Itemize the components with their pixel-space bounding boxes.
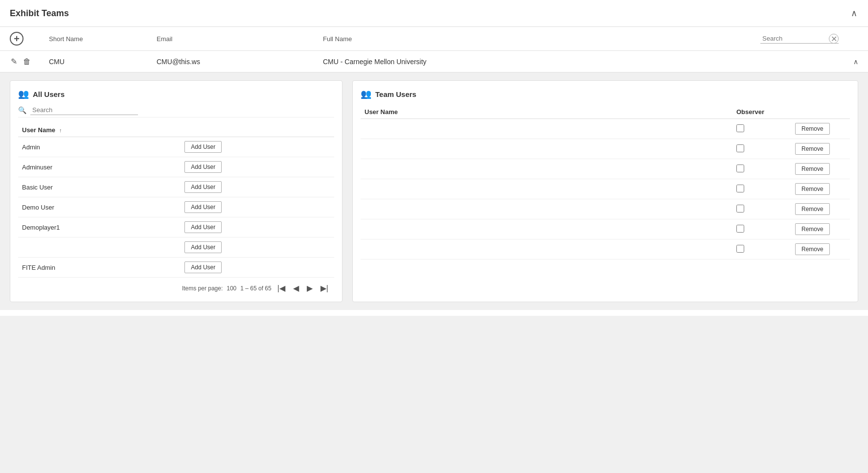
all-users-search-input[interactable] (30, 105, 138, 115)
remove-user-button[interactable]: Remove (795, 183, 830, 195)
team-users-title-row: 👥 Team Users (361, 89, 850, 99)
user-name-cell: Adminuser (18, 157, 181, 177)
team-users-icon: 👥 (361, 89, 371, 99)
teams-table-header: + Short Name Email Full Name ✕ (0, 27, 868, 51)
user-name-cell: Admin (18, 137, 181, 157)
observer-cell (732, 219, 791, 239)
page-range: 1 – 65 of 65 (240, 285, 271, 292)
observer-cell (732, 159, 791, 179)
observer-checkbox[interactable] (736, 205, 744, 213)
cmu-row-actions: ✎ 🗑 (10, 56, 49, 67)
remove-cell: Remove (791, 239, 850, 260)
delete-team-button[interactable]: 🗑 (22, 56, 32, 67)
remove-cell: Remove (791, 179, 850, 199)
all-users-search-icon: 🔍 (18, 106, 26, 114)
add-user-cell: Add User (181, 137, 334, 157)
table-row: Remove (361, 219, 850, 239)
team-user-name-cell (361, 159, 732, 179)
table-row: Demo User Add User (18, 197, 334, 217)
remove-user-button[interactable]: Remove (795, 223, 830, 235)
all-users-icon: 👥 (18, 89, 29, 99)
table-row: Add User (18, 237, 334, 258)
header-search-input[interactable] (760, 34, 839, 44)
observer-checkbox[interactable] (736, 185, 744, 192)
user-name-cell: Demo User (18, 197, 181, 217)
user-name-cell: Basic User (18, 177, 181, 197)
user-name-cell (18, 237, 181, 258)
header-search-wrapper: ✕ (760, 34, 839, 44)
team-user-name-cell (361, 139, 732, 159)
observer-checkbox[interactable] (736, 165, 744, 172)
add-team-button[interactable]: + (10, 32, 23, 46)
all-users-panel: 👥 All Users 🔍 User Name ↑ (10, 80, 343, 302)
remove-user-button[interactable]: Remove (795, 243, 830, 255)
observer-cell (732, 199, 791, 219)
add-user-button[interactable]: Add User (184, 201, 222, 213)
team-remove-col-header (791, 105, 850, 119)
edit-team-button[interactable]: ✎ (10, 56, 18, 67)
prev-page-button[interactable]: ◀ (291, 283, 301, 294)
add-user-cell: Add User (181, 157, 334, 177)
observer-checkbox[interactable] (736, 245, 744, 253)
table-row: Admin Add User (18, 137, 334, 157)
remove-user-button[interactable]: Remove (795, 203, 830, 215)
add-user-button[interactable]: Add User (184, 241, 222, 253)
users-table-header-row: User Name ↑ (18, 123, 334, 137)
users-table-body: Admin Add User Adminuser Add User Basic … (18, 137, 334, 278)
items-per-page-label: Items per page: (182, 285, 223, 292)
team-user-name-cell (361, 179, 732, 199)
cmu-collapse-chevron[interactable]: ∧ (839, 58, 858, 66)
all-users-title: All Users (33, 90, 65, 98)
add-user-cell: Add User (181, 258, 334, 278)
add-user-cell: Add User (181, 237, 334, 258)
add-user-button[interactable]: Add User (184, 141, 222, 153)
username-col-header[interactable]: User Name ↑ (18, 123, 181, 137)
remove-user-button[interactable]: Remove (795, 163, 830, 175)
collapse-button[interactable]: ∧ (850, 7, 858, 20)
remove-user-button[interactable]: Remove (795, 143, 830, 155)
detail-area: 👥 All Users 🔍 User Name ↑ (0, 72, 868, 310)
remove-cell: Remove (791, 219, 850, 239)
actions-col-header: + (10, 32, 49, 46)
team-user-name-cell (361, 119, 732, 139)
add-user-cell: Add User (181, 177, 334, 197)
team-users-title: Team Users (375, 90, 416, 98)
team-username-col-header: User Name (361, 105, 732, 119)
next-page-button[interactable]: ▶ (305, 283, 315, 294)
username-sort[interactable]: User Name ↑ (22, 126, 177, 134)
table-row: FITE Admin Add User (18, 258, 334, 278)
first-page-button[interactable]: |◀ (275, 283, 287, 294)
observer-checkbox[interactable] (736, 124, 744, 132)
add-user-cell: Add User (181, 217, 334, 237)
remove-cell: Remove (791, 159, 850, 179)
team-row-cmu: ✎ 🗑 CMU CMU@this.ws CMU - Carnegie Mello… (0, 51, 868, 72)
remove-cell: Remove (791, 139, 850, 159)
add-user-button[interactable]: Add User (184, 181, 222, 193)
table-row: Adminuser Add User (18, 157, 334, 177)
cmu-short-name: CMU (49, 58, 157, 66)
last-page-button[interactable]: ▶| (319, 283, 330, 294)
team-table-header-row: User Name Observer (361, 105, 850, 119)
add-user-cell: Add User (181, 197, 334, 217)
all-users-search-row: 🔍 (18, 105, 334, 118)
add-user-button[interactable]: Add User (184, 261, 222, 273)
page-title: Exhibit Teams (10, 8, 69, 19)
observer-checkbox[interactable] (736, 225, 744, 233)
user-name-cell: FITE Admin (18, 258, 181, 278)
remove-user-button[interactable]: Remove (795, 123, 830, 135)
observer-checkbox[interactable] (736, 144, 744, 152)
table-row: Remove (361, 179, 850, 199)
team-user-name-cell (361, 239, 732, 260)
cmu-email: CMU@this.ws (157, 58, 323, 66)
add-user-button[interactable]: Add User (184, 221, 222, 233)
email-col-header: Email (157, 35, 323, 43)
team-user-name-cell (361, 199, 732, 219)
remove-cell: Remove (791, 199, 850, 219)
sort-asc-icon: ↑ (59, 127, 62, 133)
table-row: Remove (361, 239, 850, 260)
observer-cell (732, 139, 791, 159)
search-col-header: ✕ (760, 34, 858, 44)
table-row: Remove (361, 199, 850, 219)
add-user-button[interactable]: Add User (184, 161, 222, 173)
search-clear-button[interactable]: ✕ (829, 34, 839, 44)
